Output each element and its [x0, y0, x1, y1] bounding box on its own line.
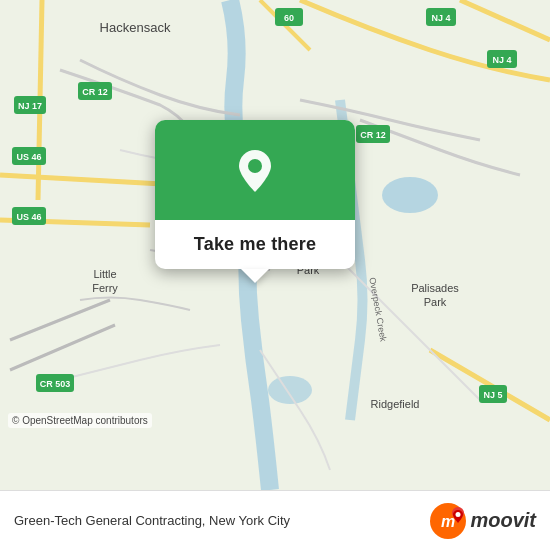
svg-text:Palisades: Palisades: [411, 282, 459, 294]
moovit-logo: m moovit: [430, 503, 536, 539]
svg-text:Little: Little: [93, 268, 116, 280]
svg-text:Ferry: Ferry: [92, 282, 118, 294]
svg-text:NJ 5: NJ 5: [483, 390, 502, 400]
popup-green-header: [155, 120, 355, 220]
svg-text:Hackensack: Hackensack: [100, 20, 171, 35]
svg-text:Park: Park: [424, 296, 447, 308]
svg-point-2: [268, 376, 312, 404]
svg-text:US 46: US 46: [16, 212, 41, 222]
svg-text:NJ 4: NJ 4: [431, 13, 450, 23]
popup-card[interactable]: Take me there: [155, 120, 355, 269]
location-name: Green-Tech General Contracting, New York…: [14, 513, 420, 528]
popup-label-section: Take me there: [155, 220, 355, 269]
svg-text:NJ 17: NJ 17: [18, 101, 42, 111]
svg-text:CR 12: CR 12: [360, 130, 386, 140]
svg-point-1: [382, 177, 438, 213]
svg-text:Ridgefield: Ridgefield: [371, 398, 420, 410]
svg-text:CR 12: CR 12: [82, 87, 108, 97]
svg-text:US 46: US 46: [16, 152, 41, 162]
location-pin-icon: [229, 144, 281, 196]
svg-point-40: [248, 159, 262, 173]
take-me-there-button[interactable]: Take me there: [194, 234, 316, 254]
svg-text:CR 503: CR 503: [40, 379, 71, 389]
svg-text:NJ 4: NJ 4: [492, 55, 511, 65]
moovit-brand-icon: m: [430, 503, 466, 539]
moovit-text: moovit: [470, 509, 536, 532]
svg-point-44: [456, 512, 461, 517]
copyright-text: © OpenStreetMap contributors: [8, 413, 152, 428]
svg-text:60: 60: [284, 13, 294, 23]
map-container: NJ 17 US 46 US 46 NJ 4 NJ 4 60 NJ 5 CR 5…: [0, 0, 550, 490]
bottom-bar: Green-Tech General Contracting, New York…: [0, 490, 550, 550]
